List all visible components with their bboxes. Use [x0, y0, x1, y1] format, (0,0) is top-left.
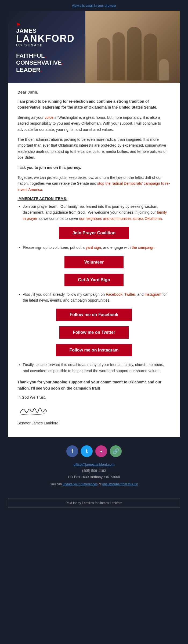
volunteer-button[interactable]: Volunteer [64, 256, 124, 268]
bullet-item-social: Also , if you don't already, follow my c… [23, 291, 171, 304]
social-list: Also , if you don't already, follow my c… [17, 291, 171, 304]
yard-sign-button[interactable]: Get A Yard Sign [64, 274, 124, 286]
action-list: Join our prayer team. Our family has lea… [17, 203, 171, 221]
facebook-btn-container: Follow me on Facebook [17, 309, 171, 321]
link-icon: 🔗 [113, 448, 119, 454]
top-bar: View this email in your browser [0, 0, 188, 11]
paragraph-2: The Biden administration is proving to b… [17, 136, 171, 161]
flag-icon: ⚑ [16, 22, 20, 28]
social-icons-container: f t ● 🔗 [5, 445, 183, 457]
tagline-line2: CONSERVATIVE. [16, 59, 75, 66]
view-in-browser-link[interactable]: View this email in your browser [72, 4, 116, 8]
volunteer-btn-container: Volunteer [17, 256, 171, 268]
bullet3-text: Also , if you don't already, follow my c… [23, 292, 167, 302]
intro-paragraph: I am proud to be running for re-election… [17, 98, 171, 110]
hero-image: ⚑ JAMES LANKFORD US SENATE FAITHFUL. CON… [8, 11, 180, 83]
footer-or-text: or [99, 482, 102, 486]
email-wrapper: View this email in your browser ⚑ JAMES … [0, 0, 188, 508]
facebook-icon: f [71, 448, 73, 454]
volunteer-list: Please sign up to volunteer, put out a y… [17, 245, 171, 250]
bullet1-text: Join our prayer team. Our family has lea… [23, 204, 167, 221]
update-preferences-link[interactable]: update your preferences [63, 482, 97, 486]
senator-name: Senator James Lankford [17, 421, 171, 425]
website-social-icon[interactable]: 🔗 [110, 445, 122, 457]
signature-svg [17, 404, 50, 417]
instagram-social-icon[interactable]: ● [95, 445, 107, 457]
footer-email-link[interactable]: office@jameslankford.com [5, 462, 183, 467]
and-text: and [137, 292, 143, 297]
bullet-item-volunteer: Please sign up to volunteer, put out a y… [23, 245, 171, 250]
hero-last-name: LANKFORD [16, 34, 75, 43]
bullet-item-prayer: Join our prayer team. Our family has lea… [23, 203, 171, 221]
join-prayer-coalition-button[interactable]: Join Prayer Coalition [59, 227, 129, 239]
footer-phone: (405) 509-1182 [82, 469, 106, 473]
voice-link[interactable]: voice [45, 115, 53, 120]
body-content: Dear John, I am proud to be running for … [8, 83, 180, 437]
forward-list: Finally, please forward this email to as… [17, 362, 171, 374]
follow-instagram-button[interactable]: Follow me on Instagram [56, 344, 132, 356]
hero-text-block: ⚑ JAMES LANKFORD US SENATE FAITHFUL. CON… [16, 20, 75, 73]
paid-for-text: Paid for by Families for James Lankford [66, 501, 122, 505]
facebook-social-icon[interactable]: f [66, 445, 78, 457]
salutation: Dear John, [17, 90, 171, 94]
para1-text: Serving as your voice in Washington is a… [17, 115, 161, 132]
footer-links: You can update your preferences or unsub… [5, 482, 183, 486]
instagram-icon: ● [100, 449, 102, 453]
paid-for-bar: Paid for by Families for James Lankford [8, 498, 180, 508]
twitter-btn-container: Follow me on Twitter [17, 326, 171, 339]
tagline-line1: FAITHFUL. [16, 52, 75, 59]
footer: f t ● 🔗 office@jameslankford.com (405) 5… [0, 437, 188, 494]
footer-unsubscribe-prefix: You can [50, 482, 62, 486]
twitter-icon: t [86, 448, 88, 454]
signature-image [17, 402, 171, 418]
closing-paragraph: Thank you for your ongoing support and y… [17, 379, 171, 391]
bullet4-text: Finally, please forward this email to as… [23, 362, 164, 373]
bullet-item-forward: Finally, please forward this email to as… [23, 362, 171, 374]
footer-info: (405) 509-1182 PO Box 1639 Bethany, OK 7… [5, 468, 183, 480]
hero-family-photo [85, 11, 180, 83]
follow-facebook-button[interactable]: Follow me on Facebook [56, 309, 132, 321]
paragraph-3: Together, we can protect jobs, keep taxe… [17, 175, 171, 193]
yard-sign-btn-container: Get A Yard Sign [17, 274, 171, 286]
ask-paragraph: I ask you to join me on this journey. [17, 165, 171, 171]
footer-address: PO Box 1639 Bethany, OK 73008 [68, 475, 120, 479]
twitter-social-icon[interactable]: t [81, 445, 93, 457]
also-text: Also , [23, 292, 32, 297]
hero-tagline: FAITHFUL. CONSERVATIVE. LEADER. [16, 52, 75, 73]
email-content: ⚑ JAMES LANKFORD US SENATE FAITHFUL. CON… [8, 11, 180, 437]
action-header: IMMEDIATE ACTION ITEMS: [17, 197, 171, 201]
paragraph-1: Serving as your voice in Washington is a… [17, 114, 171, 132]
sign-off: In God We Trust, [17, 395, 171, 399]
instagram-btn-container: Follow me on Instagram [17, 344, 171, 356]
prayer-btn-container: Join Prayer Coalition [17, 227, 171, 239]
unsubscribe-link[interactable]: unsubscribe from this list [102, 482, 138, 486]
bullet2-text: Please sign up to volunteer, put out a y… [23, 245, 155, 250]
hero-logo: ⚑ JAMES LANKFORD US SENATE [16, 20, 75, 47]
tagline-line3: LEADER. [16, 66, 75, 73]
follow-twitter-button[interactable]: Follow me on Twitter [59, 326, 129, 339]
